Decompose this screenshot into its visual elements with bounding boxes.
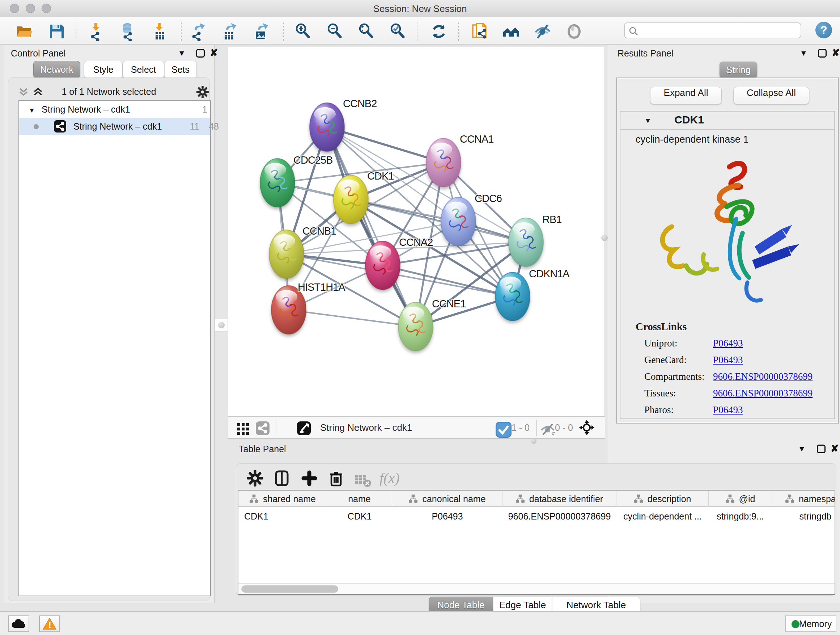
import-network-icon[interactable] bbox=[88, 22, 106, 41]
crosslink-link[interactable]: P06493 bbox=[713, 355, 743, 366]
panel-divider-handle[interactable] bbox=[601, 234, 608, 241]
birdseye-home-icon[interactable] bbox=[502, 22, 521, 41]
memory-button[interactable]: Memory bbox=[785, 616, 836, 632]
tab-sets[interactable]: Sets bbox=[164, 61, 197, 78]
zoom-out-icon[interactable] bbox=[326, 22, 345, 41]
search-field[interactable] bbox=[624, 22, 801, 38]
refresh-layout-icon[interactable] bbox=[429, 22, 448, 41]
control-panel-close-icon[interactable]: ✘ bbox=[210, 47, 218, 59]
network-collection-row[interactable]: ▼ String Network – cdk1 1 bbox=[19, 101, 210, 118]
node-HIST1H1A[interactable] bbox=[271, 286, 306, 334]
node-CDKN1A[interactable] bbox=[495, 272, 530, 321]
control-panel-title: Control Panel bbox=[11, 48, 65, 59]
edge-CCNB2-CCNE1[interactable] bbox=[327, 127, 416, 326]
node-CCNA2[interactable] bbox=[365, 241, 400, 290]
search-input[interactable] bbox=[641, 24, 798, 37]
crosslink-link[interactable]: P06493 bbox=[713, 404, 743, 416]
tab-style[interactable]: Style bbox=[84, 61, 123, 78]
collapse-all-button[interactable]: Collapse All bbox=[733, 87, 809, 104]
add-column-icon[interactable] bbox=[301, 470, 318, 487]
column-header-name[interactable]: name bbox=[327, 491, 392, 507]
grid-view-icon[interactable] bbox=[235, 420, 251, 436]
table-cell[interactable]: cyclin-dependent ... bbox=[616, 508, 709, 524]
column-header-id[interactable]: @id bbox=[709, 491, 772, 507]
node-label-CCNB1: CCNB1 bbox=[302, 225, 336, 237]
toolbar-separator bbox=[283, 21, 284, 41]
fit-selected-crosshair-icon[interactable] bbox=[579, 420, 595, 435]
gray-eye-icon[interactable] bbox=[565, 22, 584, 41]
hide-eye-icon[interactable] bbox=[533, 22, 552, 41]
control-panel-float-icon[interactable] bbox=[196, 49, 205, 57]
protein-header-row[interactable]: ▼ CDK1 bbox=[621, 111, 835, 130]
export-table-icon[interactable] bbox=[221, 22, 240, 41]
scrollbar-thumb[interactable] bbox=[241, 585, 338, 593]
birdseye-toggle-icon[interactable] bbox=[296, 420, 312, 436]
results-panel-float-icon[interactable] bbox=[818, 49, 827, 57]
share-view-icon[interactable] bbox=[255, 420, 271, 436]
table-panel-close-icon[interactable]: ✘ bbox=[831, 443, 839, 454]
table-cell[interactable]: P06493 bbox=[392, 508, 502, 524]
selected-checkbox-icon[interactable] bbox=[496, 422, 507, 433]
column-header-canonicalname[interactable]: canonical name bbox=[392, 491, 502, 507]
results-panel-close-icon[interactable]: ✘ bbox=[832, 47, 840, 59]
results-document-icon[interactable] bbox=[470, 22, 489, 41]
gear-icon[interactable] bbox=[196, 85, 210, 100]
node-CCNB1[interactable] bbox=[269, 230, 304, 279]
table-panel-float-icon[interactable] bbox=[817, 445, 826, 453]
edge-CCNE1-HIST1H1A[interactable] bbox=[289, 310, 416, 326]
tab-select[interactable]: Select bbox=[123, 61, 164, 78]
network-view-canvas[interactable]: CCNB2CCNA1CDC25BCDK1CDC6RB1CCNB1CCNA2CDK… bbox=[228, 47, 605, 416]
zoom-fit-icon[interactable] bbox=[357, 22, 376, 41]
node-table[interactable]: shared namenamecanonical namedatabase id… bbox=[238, 490, 835, 595]
node-CCNE1[interactable] bbox=[398, 302, 433, 351]
column-header-description[interactable]: description bbox=[616, 491, 709, 507]
node-label-CDK1: CDK1 bbox=[367, 170, 393, 182]
crosslink-link[interactable]: 9606.ENSP00000378699 bbox=[713, 388, 813, 399]
network-row-selected[interactable]: String Network – cdk1 11 48 bbox=[19, 118, 210, 135]
crosslink-link[interactable]: 9606.ENSP00000378699 bbox=[713, 371, 813, 382]
delete-column-trash-icon[interactable] bbox=[327, 470, 345, 487]
open-session-icon[interactable] bbox=[15, 22, 34, 41]
panel-divider-handle[interactable] bbox=[215, 318, 228, 332]
expand-all-button[interactable]: Expand All bbox=[650, 87, 722, 104]
table-row[interactable]: CDK1CDK1P064939606.ENSP00000378699cyclin… bbox=[238, 508, 835, 524]
tab-string[interactable]: String bbox=[720, 62, 757, 78]
edge-CCNB2-CCNA1[interactable] bbox=[327, 127, 444, 163]
save-session-icon[interactable] bbox=[47, 22, 66, 41]
export-image-icon[interactable] bbox=[253, 22, 272, 41]
collection-caret-icon[interactable]: ▼ bbox=[28, 107, 35, 114]
export-network-icon[interactable] bbox=[189, 22, 208, 41]
control-panel-collapse-icon[interactable]: ▼ bbox=[178, 49, 186, 57]
node-CDC25B[interactable] bbox=[260, 158, 295, 207]
node-CDC6[interactable] bbox=[441, 197, 476, 246]
column-header-databaseidentifier[interactable]: database identifier bbox=[502, 491, 616, 507]
results-panel-collapse-icon[interactable]: ▼ bbox=[800, 49, 807, 57]
column-header-sharedname[interactable]: shared name bbox=[238, 491, 327, 507]
node-CDK1[interactable] bbox=[333, 175, 368, 224]
table-settings-gear-icon[interactable] bbox=[246, 470, 264, 487]
warning-status-button[interactable] bbox=[39, 616, 60, 632]
protein-description: cyclin-dependent kinase 1 bbox=[636, 134, 748, 145]
node-RB1[interactable] bbox=[508, 218, 543, 266]
tab-network[interactable]: Network bbox=[33, 61, 80, 78]
horizontal-scrollbar[interactable] bbox=[238, 583, 835, 594]
cloud-status-button[interactable] bbox=[8, 616, 29, 632]
import-table-icon[interactable] bbox=[151, 22, 170, 41]
column-header-namespace[interactable]: namespace bbox=[772, 491, 835, 507]
show-columns-icon[interactable] bbox=[273, 470, 291, 487]
import-database-icon[interactable] bbox=[118, 22, 137, 41]
help-icon[interactable]: ? bbox=[815, 22, 832, 38]
protein-caret-icon[interactable]: ▼ bbox=[644, 117, 652, 125]
table-cell[interactable]: stringdb bbox=[772, 508, 835, 524]
node-CCNB2[interactable] bbox=[309, 103, 344, 151]
table-cell[interactable]: CDK1 bbox=[238, 508, 327, 524]
zoom-selected-icon[interactable] bbox=[389, 22, 408, 41]
table-cell[interactable]: 9606.ENSP00000378699 bbox=[502, 508, 616, 524]
table-panel-collapse-icon[interactable]: ▼ bbox=[798, 445, 806, 453]
table-cell[interactable]: CDK1 bbox=[327, 508, 392, 524]
crosslink-link[interactable]: P06493 bbox=[713, 338, 743, 349]
table-cell[interactable]: stringdb:9... bbox=[709, 508, 772, 524]
crosslink-row: Compartments:9606.ENSP00000378699 bbox=[636, 371, 824, 388]
node-CCNA1[interactable] bbox=[426, 138, 461, 187]
zoom-in-icon[interactable] bbox=[294, 22, 313, 41]
